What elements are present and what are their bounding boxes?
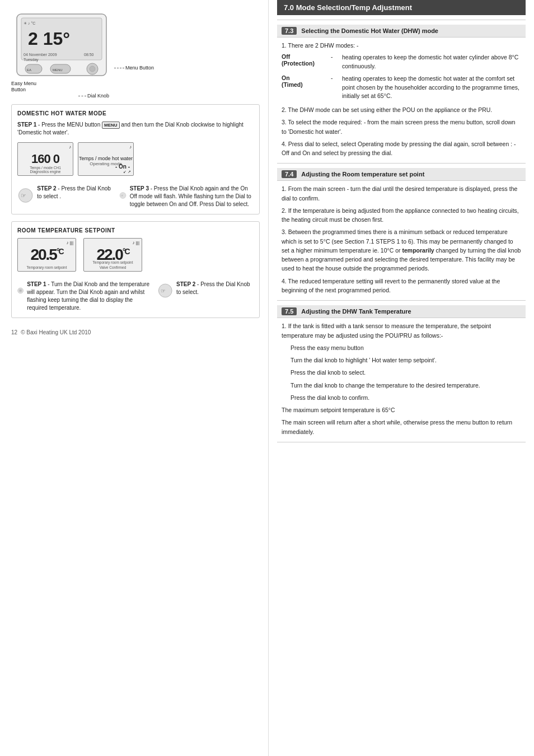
para-7-4-4: 4. The reduced temperature setting will …: [277, 277, 526, 295]
svg-text:Tuesday: Tuesday: [24, 58, 39, 62]
para-7-5-1: 1. If the tank is fitted with a tank sen…: [277, 321, 526, 340]
para-7-3-4: 4. Press dial to select, select Operatin…: [277, 139, 526, 158]
screen2-sublabel: Temps / mode hot water: [79, 156, 133, 161]
dhw-off-row: Off (Protection) - heating operates to k…: [282, 53, 521, 71]
rts-screens-row: ♪ ||| 20.5°C Temporary room setpoint ♪ |…: [17, 238, 254, 272]
svg-point-19: [20, 290, 21, 291]
menu-icon: MENU: [102, 122, 120, 129]
step1-label: STEP 1: [17, 122, 36, 128]
dhw-step23-row: ☞ STEP 2 - Press the Dial Knob to select…: [17, 180, 254, 208]
rts-title: ROOM TEMPERATURE SETPOINT: [17, 227, 254, 234]
rts-sublabel2: Valve Confirmed: [84, 265, 142, 269]
para-7-4-2: 2. If the temperature is being adjusted …: [277, 206, 526, 225]
rts-screen1: ♪ ||| 20.5°C Temporary room setpoint: [17, 238, 79, 272]
dhw-on-row: On (Timed) - heating operates to keep th…: [282, 74, 521, 101]
para-7-3-3: 3. To select the mode required: - from t…: [277, 118, 526, 136]
hand-icon-rts-step2: ☞: [157, 281, 174, 301]
dhw-screen2: ♪ Temps / mode hot water Operating mode …: [78, 142, 134, 176]
subsection-7-3-title: Selecting the Domestic Hot Water (DHW) m…: [301, 27, 438, 34]
para-7-3-2: 2. The DHW mode can be set using either …: [277, 105, 526, 114]
hand-icon-step2: ☞: [17, 185, 34, 206]
dhw-screens-row: ♪ 160 0 Temps / mode CH1 Diagnostics eng…: [17, 142, 254, 176]
svg-text:EA: EA: [27, 68, 31, 72]
step3-text: STEP 3 - Press the Dial Knob again and t…: [130, 185, 254, 208]
dhw-mode-title: DOMESTIC HOT WATER MODE: [17, 110, 254, 116]
page-number: 12: [11, 329, 17, 335]
thermostat-diagram: ☀ ♪ °C 2 15° 04 November 2009 Tuesday 08…: [11, 11, 123, 101]
subsection-7-5-title: Adjusting the DHW Tank Temperature: [301, 308, 411, 315]
left-panel: ☀ ♪ °C 2 15° 04 November 2009 Tuesday 08…: [0, 0, 269, 756]
main-section-header: 7.0 Mode Selection/Temp Adjustment: [277, 0, 526, 15]
dhw-step1-row: STEP 1 - Press the MENU button MENU and …: [17, 121, 254, 137]
lcd-icon1: ♪: [69, 144, 71, 150]
rts-temp1: 20.5°C: [30, 247, 63, 263]
svg-text:☀ ♪ °C: ☀ ♪ °C: [24, 21, 35, 25]
rts-step2: ☞ STEP 2 - Press the Dial Knob to select…: [157, 276, 254, 301]
dhw-mode-box: DOMESTIC HOT WATER MODE STEP 1 - Press t…: [11, 104, 260, 214]
menu-button-label: Menu Button: [114, 65, 154, 71]
screen2-arrows: ↙ ↗: [123, 170, 131, 174]
svg-text:MENU: MENU: [53, 68, 63, 72]
svg-text:2 15°: 2 15°: [28, 29, 70, 49]
easy-menu-label: Easy Menu Button: [11, 81, 36, 93]
dhw-off-dash: -: [331, 53, 338, 60]
para-7-3-1: 1. There are 2 DHW modes: -: [277, 41, 526, 50]
dhw-off-desc: heating operates to keep the domestic ho…: [342, 53, 521, 71]
hand-icon-step3: ☞: [119, 185, 127, 206]
subsection-7-5-title-row: 7.5 Adjusting the DHW Tank Temperature: [277, 305, 526, 318]
lcd-big1: 160 0: [31, 153, 59, 165]
subsection-7-4-num: 7.4: [282, 170, 297, 178]
dial-knob-label: Dial Knob: [78, 93, 109, 99]
svg-point-12: [90, 66, 95, 72]
bold-temporarily: temporarily: [402, 247, 434, 254]
dhw-off-label: Off (Protection): [282, 53, 326, 67]
dhw-step1-text: STEP 1 - Press the MENU button MENU and …: [17, 121, 254, 137]
svg-text:08:50: 08:50: [84, 53, 94, 57]
lcd-screen1: ♪ 160 0 Temps / mode CH1 Diagnostics eng…: [17, 142, 73, 176]
rts-step2-text: STEP 2 - Press the Dial Knob to select.: [176, 281, 254, 296]
dhw-on-label: On (Timed): [282, 74, 326, 88]
rts-step1-block: STEP 1 - Turn the Dial Knob and the temp…: [17, 281, 153, 312]
lcd-icon2: ♪: [129, 144, 132, 150]
para-7-5-2: Press the easy menu button: [286, 343, 526, 352]
step1-text: - Press the MENU button: [38, 122, 100, 128]
step2-block: ☞ STEP 2 - Press the Dial Knob to select…: [17, 185, 114, 206]
dhw-step3: ☞ STEP 3 - Press the Dial Knob again and…: [119, 180, 254, 208]
subsection-7-3-num: 7.3: [282, 27, 297, 35]
subsection-7-3-title-row: 7.3 Selecting the Domestic Hot Water (DH…: [277, 25, 526, 38]
page-copyright: © Baxi Heating UK Ltd 2010: [21, 329, 91, 335]
lcd-label1: Temps / mode CH1 Diagnostics engine: [18, 166, 73, 174]
rts-step1-text: STEP 1 - Turn the Dial Knob and the temp…: [27, 281, 152, 312]
screen2-on: - On -: [115, 164, 130, 170]
rts-icon2: ♪ |||: [133, 240, 139, 245]
subsection-7-3: 7.3 Selecting the Domestic Hot Water (DH…: [277, 25, 526, 157]
page-footer: 12 © Baxi Heating UK Ltd 2010: [11, 318, 260, 335]
para-7-5-7: The maximum setpoint temperature is 65°C: [277, 405, 526, 414]
svg-text:☞: ☞: [21, 192, 26, 199]
subsection-7-4: 7.4 Adjusting the Room temperature set p…: [277, 168, 526, 295]
dhw-on-desc: heating operates to keep the domestic ho…: [342, 74, 521, 101]
rts-step2-block: ☞ STEP 2 - Press the Dial Knob to select…: [157, 281, 254, 301]
subsection-7-4-title: Adjusting the Room temperature set point: [301, 171, 424, 178]
dial-icon-step1: [17, 281, 24, 301]
dhw-on-dash: -: [331, 74, 338, 81]
svg-text:04  November 2009: 04 November 2009: [24, 53, 57, 57]
rts-icon1: ♪ |||: [67, 240, 73, 245]
para-7-5-5: Turn the dial knob to change the tempera…: [286, 381, 526, 390]
dhw-screen1: ♪ 160 0 Temps / mode CH1 Diagnostics eng…: [17, 142, 73, 176]
rts-label2: Temporary room setpoint: [84, 260, 142, 264]
para-7-4-3: 3. Between the programmed times there is…: [277, 227, 526, 273]
para-7-4-1: 1. From the main screen - turn the dial …: [277, 184, 526, 203]
dhw-step2: ☞ STEP 2 - Press the Dial Knob to select…: [17, 180, 114, 206]
right-panel: 7.0 Mode Selection/Temp Adjustment 7.3 S…: [269, 0, 534, 756]
subsection-7-4-title-row: 7.4 Adjusting the Room temperature set p…: [277, 168, 526, 181]
para-7-5-8: The main screen will return after a shor…: [277, 418, 526, 436]
subsection-7-5-num: 7.5: [282, 307, 297, 315]
lcd-screen2: ♪ Temps / mode hot water Operating mode …: [78, 142, 134, 176]
step3-block: ☞ STEP 3 - Press the Dial Knob again and…: [119, 185, 254, 208]
para-7-5-3: Turn the dial knob to highlight ' Hot wa…: [286, 356, 526, 365]
rts-box: ROOM TEMPERATURE SETPOINT ♪ ||| 20.5°C T…: [11, 221, 260, 318]
svg-text:☞: ☞: [160, 288, 165, 294]
dhw-modes-table: Off (Protection) - heating operates to k…: [282, 53, 521, 101]
para-7-5-6: Press the dial knob to confirm.: [286, 393, 526, 402]
